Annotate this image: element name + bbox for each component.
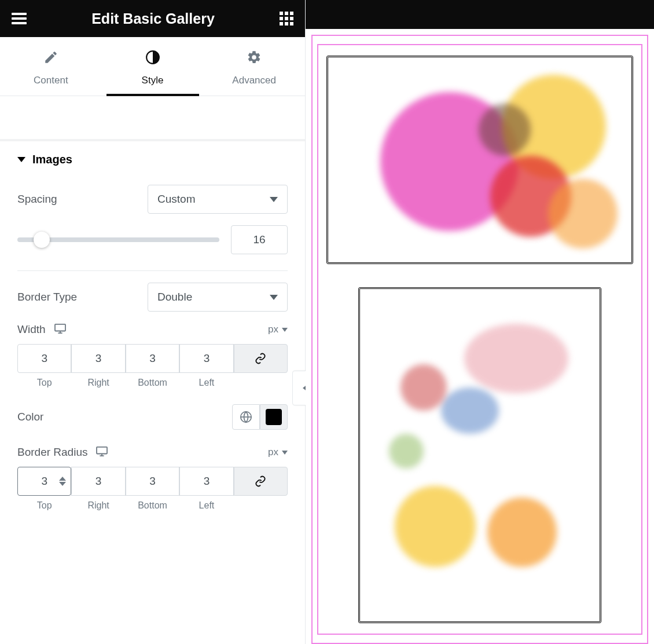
chevron-down-icon <box>17 157 25 162</box>
spacing-slider[interactable] <box>17 237 219 242</box>
global-color-button[interactable] <box>232 404 260 430</box>
pencil-icon <box>0 50 102 68</box>
spacing-value-input[interactable] <box>231 225 288 254</box>
tab-style[interactable]: Style <box>102 37 204 96</box>
width-bottom-label: Bottom <box>126 378 179 388</box>
radius-top-label: Top <box>17 500 71 511</box>
tab-advanced-label: Advanced <box>232 75 276 86</box>
gallery-image-2[interactable] <box>358 287 601 623</box>
width-unit: px <box>268 324 278 335</box>
radius-unit: px <box>268 447 278 458</box>
radius-top-input[interactable]: 3 <box>17 467 71 496</box>
gear-icon <box>203 50 305 68</box>
width-top-label: Top <box>17 378 71 388</box>
border-type-select[interactable]: Double <box>148 283 288 312</box>
width-bottom-input[interactable]: 3 <box>126 344 179 373</box>
tabs: Content Style Advanced <box>0 37 305 96</box>
border-radius-label: Border Radius <box>17 446 87 459</box>
tab-advanced[interactable]: Advanced <box>203 37 305 96</box>
desktop-icon[interactable] <box>95 446 108 459</box>
width-link-button[interactable] <box>234 344 288 373</box>
tab-content[interactable]: Content <box>0 37 102 96</box>
section-toggle[interactable]: Images <box>17 153 288 166</box>
link-icon <box>255 353 266 364</box>
chevron-down-icon <box>270 295 278 300</box>
stepper-down-icon[interactable] <box>59 482 66 486</box>
radius-left-input[interactable]: 3 <box>179 467 233 496</box>
section-title: Images <box>32 153 72 166</box>
chevron-down-icon <box>270 197 278 202</box>
spacing-label: Spacing <box>17 193 57 206</box>
radius-right-label: Right <box>71 500 125 511</box>
color-label: Color <box>17 411 43 423</box>
slider-thumb[interactable] <box>34 232 50 248</box>
gallery-image-1[interactable] <box>326 56 633 264</box>
half-circle-icon <box>102 50 204 68</box>
color-swatch-button[interactable] <box>260 404 288 430</box>
width-left-label: Left <box>179 378 233 388</box>
link-icon <box>255 475 266 487</box>
selection-outline-inner[interactable] <box>317 44 642 635</box>
width-right-label: Right <box>71 378 125 388</box>
border-type-label: Border Type <box>17 291 77 303</box>
globe-icon <box>240 411 252 423</box>
width-left-input[interactable]: 3 <box>179 344 233 373</box>
panel-header: Edit Basic Gallery <box>0 0 305 37</box>
selection-outline-outer[interactable] <box>311 35 648 644</box>
radius-link-button[interactable] <box>234 467 288 496</box>
border-type-selected: Double <box>157 291 192 303</box>
preview-canvas <box>306 0 654 644</box>
width-label: Width <box>17 323 46 336</box>
width-unit-select[interactable]: px <box>268 324 288 335</box>
panel-title: Edit Basic Gallery <box>91 10 215 27</box>
width-top-input[interactable]: 3 <box>17 344 71 373</box>
radius-bottom-input[interactable]: 3 <box>126 467 179 496</box>
apps-grid-icon[interactable] <box>280 12 293 25</box>
radius-left-label: Left <box>179 500 233 511</box>
spacing-select[interactable]: Custom <box>148 185 288 214</box>
radius-bottom-label: Bottom <box>126 500 179 511</box>
radius-right-input[interactable]: 3 <box>71 467 125 496</box>
menu-icon[interactable] <box>12 13 27 24</box>
spacer <box>0 96 305 141</box>
svg-rect-1 <box>55 324 65 331</box>
spacing-selected: Custom <box>157 193 195 206</box>
chevron-down-icon <box>282 328 288 332</box>
tab-style-label: Style <box>142 75 164 86</box>
section-images: Images Spacing Custom Border Type Double… <box>0 141 305 511</box>
radius-top-value: 3 <box>41 475 47 488</box>
tab-content-label: Content <box>34 75 68 86</box>
chevron-down-icon <box>282 451 288 455</box>
preview-header-bar <box>306 0 654 29</box>
color-swatch <box>266 409 282 425</box>
editor-panel: Edit Basic Gallery Content Style Advance… <box>0 0 306 644</box>
width-right-input[interactable]: 3 <box>71 344 125 373</box>
stepper-up-icon[interactable] <box>59 477 66 481</box>
radius-unit-select[interactable]: px <box>268 447 288 458</box>
desktop-icon[interactable] <box>54 323 67 336</box>
svg-rect-6 <box>97 447 107 454</box>
